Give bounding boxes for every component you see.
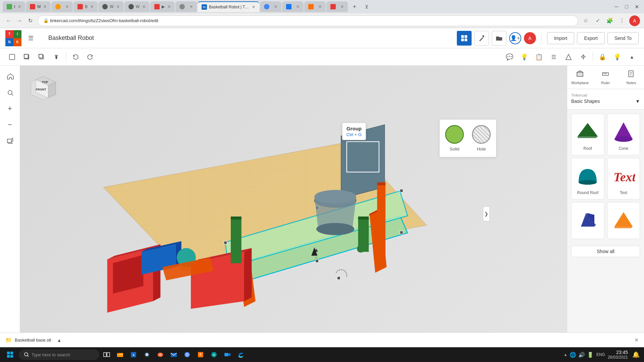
fit-btn[interactable] — [3, 86, 17, 99]
reload-btn[interactable]: ↻ — [25, 16, 35, 25]
light-btn[interactable]: 💡 — [518, 50, 531, 64]
tab-search-btn[interactable]: ⊻ — [362, 2, 371, 11]
align-btn[interactable] — [547, 50, 560, 64]
grid-view-btn[interactable] — [457, 31, 472, 46]
collapse-panel-btn[interactable]: ❯ — [483, 206, 490, 221]
view-cube[interactable]: TOP FRONT — [28, 74, 58, 104]
duplicate-btn[interactable] — [35, 50, 48, 64]
profile-avatar[interactable]: A — [629, 15, 640, 26]
shape-note-btn[interactable]: 📋 — [532, 50, 546, 64]
export-btn[interactable]: Export — [577, 32, 604, 44]
show-all-btn[interactable]: Show all — [571, 246, 640, 257]
svg-marker-115 — [228, 353, 230, 356]
zoom-in-btn[interactable]: + — [3, 102, 17, 115]
browser-tab-7[interactable]: ▶ ✕ — [150, 1, 175, 12]
file-expand-btn[interactable]: ▲ — [55, 336, 63, 344]
taskbar-mail[interactable] — [168, 349, 180, 361]
taskbar-explorer[interactable] — [114, 349, 126, 361]
copy-btn[interactable] — [20, 50, 34, 64]
shape-card-text[interactable]: Text Text — [607, 158, 640, 199]
shape-card-round-roof[interactable]: Round Roof — [571, 158, 604, 199]
svg-point-82 — [579, 180, 597, 185]
notification-btn[interactable]: 🔔 — [631, 349, 641, 360]
svg-marker-79 — [578, 123, 598, 138]
taskbar-edge[interactable] — [235, 349, 247, 361]
svg-point-61 — [357, 245, 365, 253]
browser-tab-1[interactable]: t ✕ — [3, 1, 25, 12]
import-btn[interactable]: Import — [547, 32, 575, 44]
scroll-up-btn[interactable]: ▲ — [625, 50, 639, 64]
start-button[interactable] — [3, 347, 17, 362]
browser-tab-2[interactable]: M ✕ — [26, 1, 51, 12]
taskbar-zoom[interactable] — [221, 349, 233, 361]
redo-btn[interactable] — [84, 50, 97, 64]
user-avatar[interactable]: A — [524, 32, 536, 44]
shapes-grid: Roof Cone — [567, 110, 644, 243]
zoom-out-btn[interactable]: − — [3, 118, 17, 131]
settings-btn[interactable]: ⋮ — [617, 16, 627, 25]
delete-btn[interactable] — [50, 50, 63, 64]
hole-option[interactable]: Hole — [472, 125, 491, 152]
workplane-btn[interactable]: Workplane — [567, 66, 593, 89]
browser-tab-fb[interactable]: ✕ — [282, 1, 304, 12]
home-btn[interactable] — [3, 70, 17, 83]
folder-btn[interactable] — [492, 31, 506, 46]
taskbar-chrome[interactable] — [181, 349, 193, 361]
file-close-btn[interactable]: ✕ — [634, 337, 639, 343]
library-selector[interactable]: Basic Shapes ▼ — [571, 97, 640, 105]
bookmark-btn[interactable]: ☆ — [581, 16, 590, 25]
extensions-btn[interactable]: 🧩 — [605, 16, 614, 25]
browser-tab-4[interactable]: B ✕ — [73, 1, 98, 12]
canvas-area[interactable]: ▲ □ — [20, 66, 567, 362]
taskbar-clock[interactable]: 23:45 26/03/2021 — [608, 350, 628, 360]
browser-tab-f[interactable]: ✕ — [304, 1, 326, 12]
lang-indicator[interactable]: ENG — [596, 352, 605, 357]
notes-btn[interactable]: Notes — [619, 66, 644, 89]
browser-tab-g[interactable]: ✕ — [260, 1, 281, 12]
forward-btn[interactable]: → — [15, 16, 24, 25]
extension-check[interactable]: ✓ — [593, 16, 602, 25]
browser-tab-active[interactable]: TC Basketball Robot | Tinkercad ✕ — [198, 1, 259, 12]
taskbar-store[interactable]: s — [127, 349, 140, 361]
svg-rect-95 — [104, 353, 106, 357]
new-tab-btn[interactable]: + — [350, 2, 359, 11]
task-view-btn[interactable] — [101, 349, 113, 361]
comment-btn[interactable]: 💬 — [503, 50, 516, 64]
shape-card-roof[interactable]: Roof — [571, 114, 604, 155]
undo-btn[interactable] — [69, 50, 82, 64]
close-active-tab[interactable]: ✕ — [252, 5, 255, 9]
shape-card-5[interactable] — [571, 202, 604, 239]
browser-tab-5[interactable]: W ✕ — [98, 1, 123, 12]
new-shape-btn[interactable] — [5, 50, 19, 64]
minimize-btn[interactable]: ─ — [612, 2, 621, 11]
browser-tab-6[interactable]: W ✕ — [124, 1, 150, 12]
taskbar-arduino[interactable]: ∞ — [208, 349, 220, 361]
taskbar-search[interactable]: Type here to search — [19, 349, 99, 360]
snap-btn[interactable] — [562, 50, 575, 64]
browser-tab-3[interactable]: ✕ — [51, 1, 73, 12]
ruler-btn[interactable]: Ruler — [593, 66, 618, 89]
taskbar-comms[interactable]: W — [154, 349, 166, 361]
hammer-btn[interactable] — [474, 31, 489, 46]
add-user-btn[interactable]: 👤+ — [509, 32, 521, 44]
orthographic-btn[interactable] — [3, 134, 17, 147]
mirror-btn[interactable] — [577, 50, 590, 64]
shape-card-cone[interactable]: Cone — [607, 114, 640, 155]
close-btn[interactable]: ✕ — [632, 2, 641, 11]
solid-option[interactable]: Solid — [445, 125, 464, 152]
taskbar-fusion[interactable]: F — [195, 349, 207, 361]
logo-k: K — [13, 38, 21, 46]
shape-card-6[interactable] — [607, 202, 640, 239]
taskbar-steam[interactable] — [141, 349, 153, 361]
back-btn[interactable]: ← — [4, 16, 13, 25]
lighting-btn[interactable]: 💡 — [610, 50, 624, 64]
menu-btn[interactable]: ☰ — [24, 32, 38, 45]
address-bar[interactable]: 🔒 tinkercad.com/things/bzZ2siwsOfm-baske… — [38, 15, 578, 26]
browser-tab-extra[interactable]: ✕ — [326, 1, 348, 12]
tray-chevron[interactable]: ▲ — [564, 352, 568, 357]
date-display: 26/03/2021 — [608, 355, 628, 360]
lock-btn[interactable]: 🔒 — [596, 50, 609, 64]
send-to-btn[interactable]: Send To — [607, 32, 639, 44]
browser-tab-8[interactable]: ✕ — [175, 1, 197, 12]
maximize-btn[interactable]: □ — [622, 2, 631, 11]
